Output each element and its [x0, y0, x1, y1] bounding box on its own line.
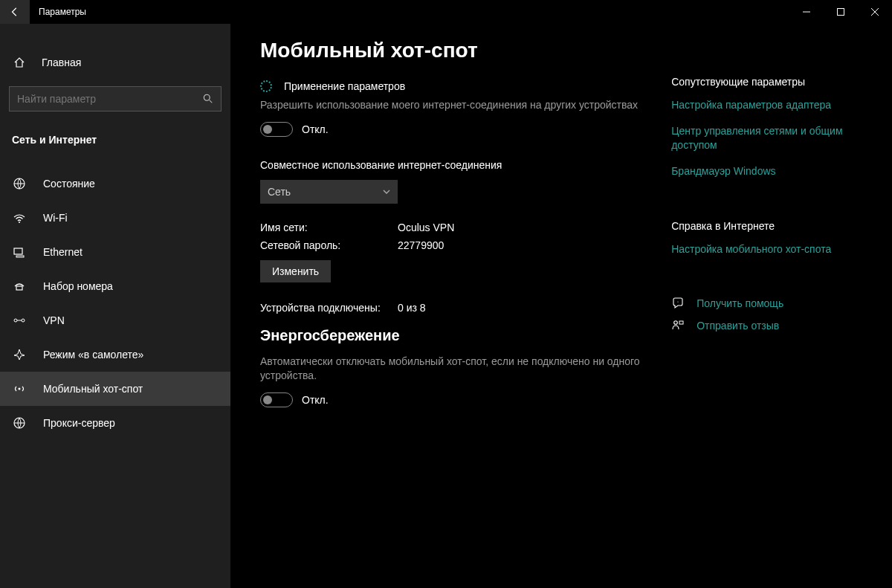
toggle-state-label: Откл. [302, 394, 329, 406]
nav-label: Ethernet [43, 246, 83, 258]
svg-point-14 [19, 388, 21, 390]
nav-item-status[interactable]: Состояние [0, 167, 230, 201]
nav-item-vpn[interactable]: VPN [0, 303, 230, 337]
status-icon [12, 177, 27, 190]
main-pane: Мобильный хот-спот Применение параметров… [230, 24, 892, 588]
related-link-adapter[interactable]: Настройка параметров адаптера [671, 98, 862, 112]
proxy-icon [12, 416, 27, 430]
ethernet-icon [12, 245, 27, 259]
svg-rect-9 [16, 256, 24, 257]
dialup-icon [12, 280, 27, 293]
chevron-down-icon [383, 188, 390, 196]
nav-label: Набор номера [43, 280, 113, 292]
vpn-icon [12, 314, 27, 327]
svg-point-18 [674, 321, 678, 325]
help-link-hotspot-setup[interactable]: Настройка мобильного хот-спота [671, 242, 862, 256]
network-name-key: Имя сети: [260, 222, 398, 233]
nav-label: Мобильный хот-спот [43, 383, 143, 395]
home-label: Главная [42, 56, 81, 68]
feedback-icon [671, 320, 685, 332]
nav-item-airplane[interactable]: Режим «в самолете» [0, 337, 230, 372]
nav-item-hotspot[interactable]: Мобильный хот-спот [0, 372, 230, 406]
nav-label: Прокси-сервер [43, 417, 115, 429]
sidebar-category: Сеть и Интернет [0, 120, 230, 153]
network-info: Имя сети: Oculus VPN Сетевой пароль: 227… [260, 222, 671, 251]
toggle-state-label: Откл. [302, 123, 329, 135]
get-help-action[interactable]: Получить помощь [671, 297, 862, 309]
devices-key: Устройства подключены: [260, 302, 398, 314]
maximize-button[interactable] [824, 0, 858, 24]
minimize-button[interactable] [789, 0, 824, 24]
home-icon [12, 56, 27, 68]
close-button[interactable] [858, 0, 892, 24]
svg-rect-19 [679, 321, 683, 324]
help-heading: Справка в Интернете [671, 220, 862, 232]
feedback-action[interactable]: Отправить отзыв [671, 320, 862, 332]
share-toggle[interactable]: Откл. [260, 122, 671, 137]
toggle-knob [263, 395, 272, 404]
nav-item-wifi[interactable]: Wi-Fi [0, 201, 230, 235]
get-help-label: Получить помощь [697, 297, 783, 309]
app-title: Параметры [39, 7, 789, 17]
toggle-track [260, 122, 293, 137]
power-saving-title: Энергосбережение [260, 327, 671, 344]
page-title: Мобильный хот-спот [260, 39, 671, 62]
feedback-label: Отправить отзыв [697, 320, 779, 332]
nav-label: Состояние [43, 178, 95, 190]
wifi-icon [12, 211, 27, 224]
search-icon [203, 94, 213, 104]
svg-point-17 [678, 302, 679, 303]
side-panel: Сопутствующие параметры Настройка параме… [671, 39, 862, 573]
related-heading: Сопутствующие параметры [671, 76, 862, 88]
search-input[interactable] [17, 93, 203, 105]
svg-point-11 [14, 319, 17, 322]
network-name-value: Oculus VPN [398, 222, 671, 233]
status-label: Применение параметров [284, 80, 405, 92]
toggle-track [260, 392, 293, 407]
help-icon [671, 297, 685, 309]
edit-button[interactable]: Изменить [260, 260, 331, 282]
toggle-knob [263, 125, 272, 134]
nav-item-proxy[interactable]: Прокси-сервер [0, 406, 230, 440]
nav-label: VPN [43, 314, 65, 326]
status-row: Применение параметров [260, 80, 671, 92]
devices-value: 0 из 8 [398, 302, 671, 314]
svg-point-4 [204, 94, 210, 100]
nav-item-dialup[interactable]: Набор номера [0, 269, 230, 303]
share-from-label: Совместное использование интернет-соедин… [260, 159, 671, 171]
share-description: Разрешить использование моего интернет-с… [260, 98, 671, 113]
hotspot-icon [12, 382, 27, 395]
dropdown-value: Сеть [268, 186, 291, 198]
back-button[interactable] [0, 0, 30, 24]
related-link-sharing-center[interactable]: Центр управления сетями и общим доступом [671, 124, 862, 152]
svg-point-7 [19, 222, 20, 223]
window-controls-group [789, 0, 892, 24]
svg-rect-8 [14, 248, 22, 254]
power-saving-desc: Автоматически отключать мобильный хот-сп… [260, 355, 671, 384]
nav-label: Режим «в самолете» [43, 349, 143, 361]
content-area: Мобильный хот-спот Применение параметров… [260, 39, 671, 573]
svg-point-12 [22, 319, 25, 322]
sidebar: Главная Сеть и Интернет Состояние Wi-Fi … [0, 24, 230, 588]
spinner-icon [260, 80, 272, 92]
nav-label: Wi-Fi [43, 212, 68, 224]
svg-rect-10 [16, 286, 22, 290]
network-pass-value: 22779900 [398, 239, 671, 251]
network-pass-key: Сетевой пароль: [260, 239, 398, 251]
devices-row: Устройства подключены: 0 из 8 [260, 302, 671, 314]
power-saving-toggle[interactable]: Откл. [260, 392, 671, 407]
svg-line-5 [210, 100, 213, 103]
home-nav[interactable]: Главная [0, 48, 230, 77]
nav-item-ethernet[interactable]: Ethernet [0, 235, 230, 269]
related-link-firewall[interactable]: Брандмауэр Windows [671, 164, 862, 178]
search-box[interactable] [9, 86, 222, 112]
svg-rect-1 [838, 9, 844, 16]
share-from-dropdown[interactable]: Сеть [260, 180, 398, 204]
title-bar: Параметры [0, 0, 892, 24]
airplane-icon [12, 348, 27, 361]
